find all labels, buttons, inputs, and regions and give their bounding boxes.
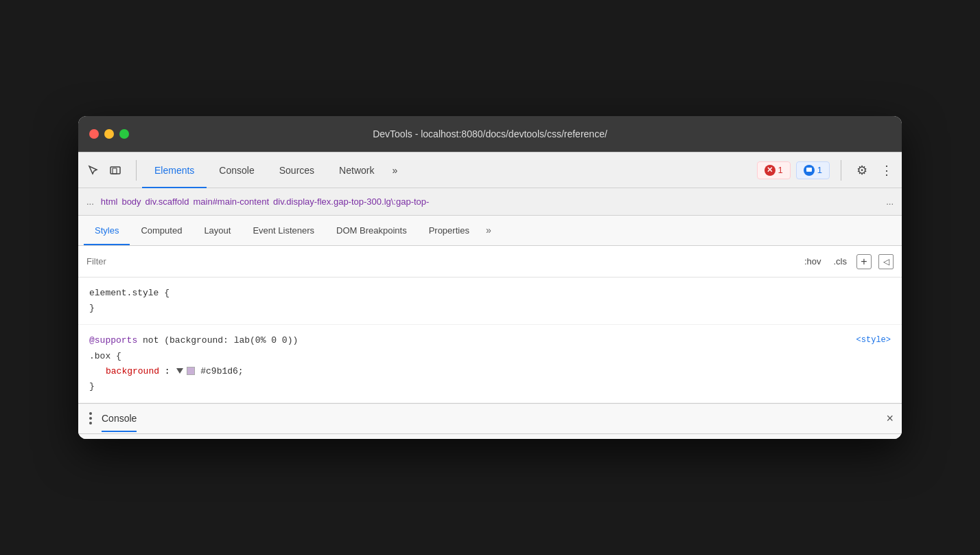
console-options-icon[interactable] [86,409,95,427]
settings-icon[interactable]: ⚙ [852,161,872,180]
console-drawer: Console × [78,403,902,439]
supports-rule-close: } [89,381,95,392]
css-property-background: background [106,366,159,376]
sub-more-button[interactable]: » [480,215,497,245]
back-button[interactable]: ◁ [878,254,894,269]
top-toolbar: Elements Console Sources Network » ✕ [78,152,902,188]
styles-sub-tabs: Styles Computed Layout Event Listeners D… [78,216,902,246]
filter-bar: :hov .cls + ◁ [78,246,902,278]
more-options-icon[interactable]: ⋮ [877,161,896,180]
console-drawer-inner: Console × [78,404,902,434]
console-close-button[interactable]: × [886,412,894,424]
svg-rect-2 [806,168,812,172]
element-style-rule: element.style { } [78,278,902,325]
supports-selector: .box { [89,351,121,361]
sub-tab-styles[interactable]: Styles [84,215,130,245]
main-nav-tabs: Elements Console Sources Network » [142,152,757,188]
at-supports-text: not (background: lab(0% 0 0)) [143,335,298,346]
hov-button[interactable]: :hov [802,255,824,268]
sub-tab-event-listeners[interactable]: Event Listeners [242,215,325,245]
maximize-button[interactable] [119,129,129,139]
window-title: DevTools - localhost:8080/docs/devtools/… [373,128,607,139]
breadcrumb-body[interactable]: body [121,196,141,207]
css-content: element.style { } @supports not (backgro… [78,278,902,403]
svg-rect-1 [113,168,117,174]
toolbar-icons [84,161,125,180]
error-count: 1 [778,165,783,175]
toolbar-right: ✕ 1 1 ⚙ ⋮ [757,160,896,181]
info-badge-button[interactable]: 1 [796,161,830,179]
devtools-window: DevTools - localhost:8080/docs/devtools/… [78,116,902,439]
more-tabs-button[interactable]: » [386,152,403,188]
breadcrumb-end-dots[interactable]: ... [886,196,894,207]
close-button[interactable] [89,129,99,139]
minimize-button[interactable] [104,129,114,139]
css-source-link[interactable]: <style> [856,333,891,347]
supports-rule: @supports not (background: lab(0% 0 0)) … [78,325,902,403]
breadcrumb-last-item[interactable]: div.display-flex.gap-top-300.lg\:gap-top… [273,196,882,207]
color-triangle-icon[interactable] [176,368,183,374]
sub-tab-layout[interactable]: Layout [193,215,242,245]
add-style-button[interactable]: + [856,254,872,269]
message-icon [804,165,815,176]
right-divider [841,160,841,181]
breadcrumb-html[interactable]: html [101,196,118,207]
cls-button[interactable]: .cls [831,255,850,268]
console-drawer-label[interactable]: Console [102,413,137,424]
css-color-value: #c9b1d6; [200,366,243,376]
breadcrumb-main[interactable]: main#main-content [193,196,269,207]
device-toggle-icon[interactable] [106,161,125,180]
sub-tab-properties[interactable]: Properties [418,215,480,245]
filter-input[interactable] [86,256,802,267]
breadcrumb-div-scaffold[interactable]: div.scaffold [145,196,189,207]
sub-tab-computed[interactable]: Computed [130,215,193,245]
title-bar: DevTools - localhost:8080/docs/devtools/… [78,116,902,152]
at-supports-keyword: @supports [89,335,137,346]
breadcrumb-start-dots[interactable]: ... [86,196,94,207]
tab-elements[interactable]: Elements [142,152,207,188]
info-count: 1 [817,165,822,175]
color-swatch[interactable] [187,367,195,375]
toolbar-divider [136,160,137,181]
error-icon: ✕ [765,165,775,176]
error-badge-button[interactable]: ✕ 1 [757,161,791,179]
element-style-close: } [89,303,95,313]
devtools-container: Elements Console Sources Network » ✕ [78,152,902,439]
inspect-icon[interactable] [84,161,103,180]
color-swatch-container [175,367,195,375]
traffic-lights [89,129,129,139]
tab-sources[interactable]: Sources [267,152,327,188]
sub-tab-dom-breakpoints[interactable]: DOM Breakpoints [325,215,418,245]
breadcrumb-bar: ... html body div.scaffold main#main-con… [78,188,902,216]
tab-console[interactable]: Console [207,152,266,188]
element-style-selector: element.style { [89,288,170,298]
filter-actions: :hov .cls + ◁ [802,254,894,269]
tab-network[interactable]: Network [327,152,386,188]
